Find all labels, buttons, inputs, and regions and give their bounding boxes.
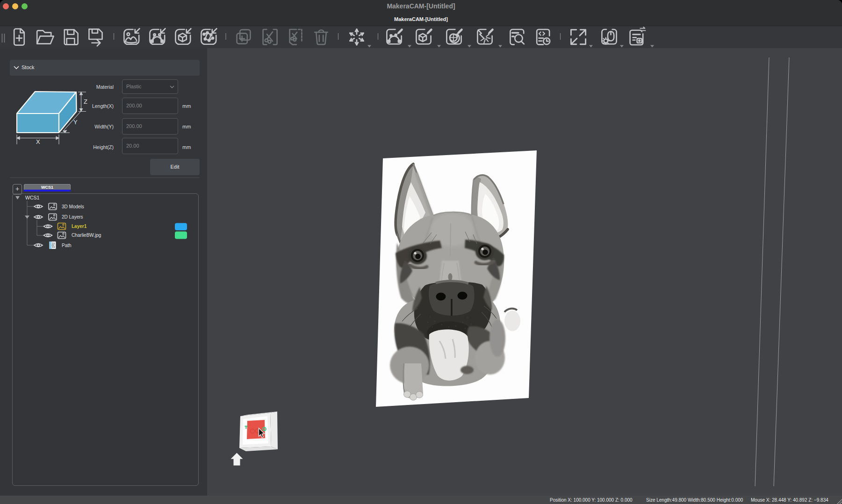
svg-text:WCS1: WCS1 xyxy=(25,195,39,200)
svg-text:3D Models: 3D Models xyxy=(62,204,84,209)
svg-text:Layer1: Layer1 xyxy=(72,224,87,229)
svg-text:2D Layers: 2D Layers xyxy=(62,214,83,220)
svg-text:Path: Path xyxy=(62,243,72,248)
svg-text:CharlieBW.jpg: CharlieBW.jpg xyxy=(72,233,101,238)
